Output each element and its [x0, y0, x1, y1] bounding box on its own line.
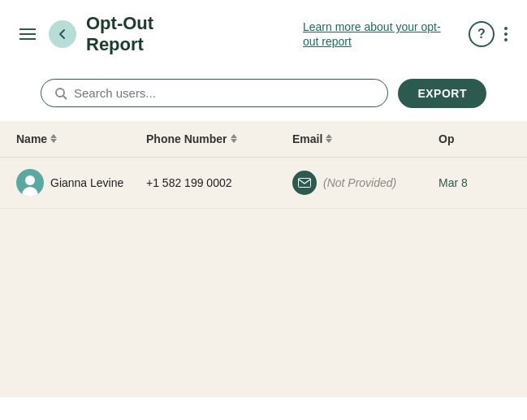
column-opt-label: Op	[438, 132, 454, 145]
svg-rect-2	[299, 178, 311, 187]
sort-icon-name	[50, 134, 57, 143]
opt-date-value: Mar 8	[438, 176, 468, 189]
phone-cell: +1 582 199 0002	[146, 176, 292, 189]
column-name-label: Name	[16, 132, 47, 145]
page-title-line1: Opt-Out	[86, 13, 153, 34]
help-label: ?	[477, 27, 486, 41]
svg-line-1	[63, 96, 67, 99]
more-options-button[interactable]	[501, 24, 511, 45]
search-icon	[54, 87, 67, 100]
column-header-opt[interactable]: Op	[438, 132, 511, 145]
column-header-phone[interactable]: Phone Number	[146, 132, 292, 145]
column-phone-label: Phone Number	[146, 132, 227, 145]
table-header: Name Phone Number Email Op	[0, 121, 527, 158]
page-title-block: Opt-Out Report	[86, 13, 153, 56]
search-section: EXPORT	[0, 69, 527, 121]
column-header-name[interactable]: Name	[16, 132, 146, 145]
search-wrapper	[41, 79, 388, 107]
header-actions: ?	[469, 21, 511, 47]
user-cell: Gianna Levine	[16, 169, 146, 197]
help-button[interactable]: ?	[469, 21, 495, 47]
back-button[interactable]	[49, 20, 76, 48]
user-name: Gianna Levine	[50, 176, 123, 189]
email-value: (Not Provided)	[323, 176, 396, 189]
table-row[interactable]: Gianna Levine +1 582 199 0002 (Not Provi…	[0, 158, 527, 209]
sort-icon-phone	[231, 134, 237, 143]
avatar	[16, 169, 44, 197]
hamburger-menu-button[interactable]	[16, 25, 39, 43]
column-email-label: Email	[292, 132, 322, 145]
export-button[interactable]: EXPORT	[398, 79, 486, 108]
page-title-line2: Report	[86, 34, 153, 55]
opt-date-cell: Mar 8	[438, 176, 511, 189]
email-icon	[292, 171, 317, 195]
sort-icon-email	[326, 134, 332, 143]
learn-more-link[interactable]: Learn more about your opt-out report	[303, 19, 449, 49]
header: Opt-Out Report Learn more about your opt…	[0, 0, 527, 69]
phone-value: +1 582 199 0002	[146, 176, 232, 189]
email-cell: (Not Provided)	[292, 171, 438, 195]
search-input[interactable]	[74, 86, 374, 100]
table-section: Name Phone Number Email Op	[0, 121, 527, 397]
column-header-email[interactable]: Email	[292, 132, 438, 145]
